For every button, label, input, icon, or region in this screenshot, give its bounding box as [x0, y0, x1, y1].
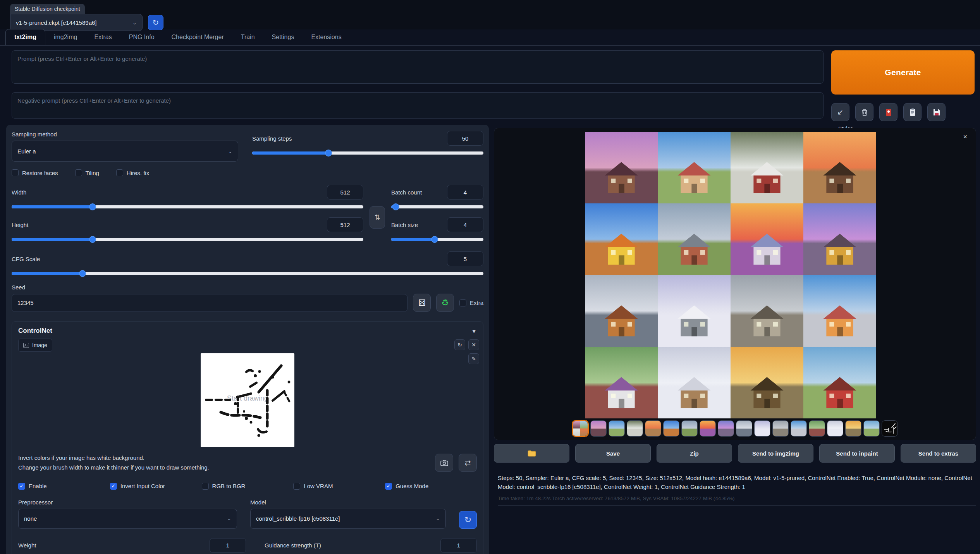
thumbnail-12[interactable] — [791, 420, 807, 437]
collapse-caret-icon[interactable]: ▼ — [471, 328, 477, 334]
brush-button[interactable]: ✎ — [468, 353, 479, 364]
thumbnail-13[interactable] — [809, 420, 825, 437]
thumbnail-grid[interactable] — [572, 420, 588, 437]
thumbnail-11[interactable] — [772, 420, 789, 437]
thumbnail-scribble[interactable] — [882, 420, 898, 437]
result-image-tan-house-red-roof[interactable] — [658, 132, 731, 203]
batch-count-slider[interactable] — [391, 203, 483, 210]
thumbnail-1[interactable] — [590, 420, 607, 437]
tab-png-info[interactable]: PNG Info — [120, 29, 163, 45]
sampling-method-select[interactable]: Euler a ⌄ — [12, 141, 238, 162]
batch-size-slider[interactable] — [391, 236, 483, 243]
thumbnail-10[interactable] — [754, 420, 770, 437]
thumbnail-8[interactable] — [718, 420, 734, 437]
result-image-golden-sunset-barn[interactable] — [731, 347, 803, 418]
seed-input[interactable] — [12, 294, 407, 312]
refresh-models-button[interactable]: ↻ — [459, 511, 477, 529]
save-style-button[interactable] — [927, 103, 946, 121]
thumbnail-2[interactable] — [609, 420, 625, 437]
mirror-webcam-button[interactable]: ⇄ — [459, 454, 477, 472]
send-to-inpaint-button[interactable]: Send to inpaint — [819, 444, 895, 463]
result-image-brick-cottage[interactable] — [658, 203, 731, 275]
result-image-snowy-red-mill[interactable] — [731, 132, 803, 203]
clipboard-button[interactable] — [903, 103, 922, 121]
clear-prompt-button[interactable] — [855, 103, 873, 121]
result-image-snow-row-houses[interactable] — [658, 275, 731, 347]
batch-size-value[interactable]: 4 — [447, 217, 483, 232]
send-to-img2img-button[interactable]: Send to img2img — [738, 444, 813, 463]
apply-style-button[interactable] — [879, 103, 897, 121]
controlnet-drawing-canvas[interactable]: Start drawing — [201, 353, 294, 447]
checkbox-restore-faces[interactable]: Restore faces — [12, 169, 58, 176]
cfg-scale-value[interactable]: 5 — [447, 251, 483, 266]
tab-settings[interactable]: Settings — [263, 29, 303, 45]
random-seed-button[interactable]: ⚄ — [413, 294, 431, 312]
dice-icon: ⚄ — [418, 298, 426, 308]
generate-button[interactable]: Generate — [831, 50, 975, 95]
undo-canvas-button[interactable]: ↻ — [454, 339, 465, 350]
controlnet-image-tab[interactable]: Image — [18, 339, 52, 352]
tab-extensions[interactable]: Extensions — [303, 29, 350, 45]
generation-time-text: Time taken: 1m 48.22s Torch active/reser… — [498, 496, 976, 506]
result-image-grayscale-barn[interactable] — [731, 275, 803, 347]
thumbnail-9[interactable] — [736, 420, 752, 437]
checkbox-enable[interactable]: ✓Enable — [18, 483, 110, 490]
tab-img2img[interactable]: img2img — [45, 29, 86, 45]
result-image-road-houses[interactable] — [585, 275, 658, 347]
height-slider[interactable] — [12, 236, 363, 243]
thumbnail-16[interactable] — [863, 420, 880, 437]
guidance-strength-value[interactable]: 1 — [440, 538, 477, 553]
thumbnail-15[interactable] — [845, 420, 861, 437]
thumbnail-6[interactable] — [681, 420, 698, 437]
controlnet-model-select[interactable]: control_scribble-fp16 [c508311e] ⌄ — [250, 509, 446, 529]
width-value[interactable]: 512 — [327, 185, 363, 200]
thumbnail-5[interactable] — [663, 420, 679, 437]
close-gallery-icon[interactable]: × — [963, 133, 967, 141]
result-image-dusk-sun-street[interactable] — [803, 203, 876, 275]
thumbnail-7[interactable] — [700, 420, 716, 437]
thumbnail-4[interactable] — [645, 420, 661, 437]
result-image-sunset-silhouette[interactable] — [803, 132, 876, 203]
webcam-button[interactable] — [435, 454, 453, 472]
preprocessor-select[interactable]: none ⌄ — [18, 509, 237, 529]
controlnet-weight-value[interactable]: 1 — [210, 538, 246, 553]
refresh-checkpoint-button[interactable]: ↻ — [148, 15, 163, 30]
thumbnail-14[interactable] — [827, 420, 843, 437]
tab-train[interactable]: Train — [232, 29, 263, 45]
checkbox-guess-mode[interactable]: ✓Guess Mode — [385, 483, 477, 490]
sampling-steps-value[interactable]: 50 — [447, 131, 483, 146]
result-image-green-field-house[interactable] — [585, 347, 658, 418]
height-value[interactable]: 512 — [327, 217, 363, 232]
swap-dimensions-button[interactable]: ⇅ — [370, 206, 385, 229]
cfg-scale-slider[interactable] — [12, 270, 483, 277]
zip-button[interactable]: Zip — [657, 444, 732, 463]
width-slider[interactable] — [12, 203, 363, 210]
prompt-input[interactable] — [12, 50, 824, 84]
checkbox-invert-input-color[interactable]: ✓Invert Input Color — [110, 483, 202, 490]
result-image-snow-mountain-cabins[interactable] — [658, 347, 731, 418]
checkpoint-select[interactable]: v1-5-pruned.ckpt [e1441589a6] ⌄ — [10, 14, 143, 31]
result-image-sunny-street[interactable] — [803, 275, 876, 347]
result-image-sunset-purple-path[interactable] — [731, 203, 803, 275]
paste-params-button[interactable]: ↙ — [831, 103, 849, 121]
sampling-steps-slider[interactable] — [252, 150, 483, 157]
negative-prompt-input[interactable] — [12, 92, 824, 119]
result-image-red-barn-meadow[interactable] — [803, 347, 876, 418]
checkbox-hires-fix[interactable]: Hires. fix — [116, 169, 149, 176]
clear-canvas-button[interactable]: ✕ — [468, 339, 479, 350]
batch-count-value[interactable]: 4 — [447, 185, 483, 200]
send-to-extras-button[interactable]: Send to extras — [901, 444, 976, 463]
checkbox-rgb-to-bgr[interactable]: RGB to BGR — [202, 483, 294, 490]
result-image-purple-sunset-street[interactable] — [585, 132, 658, 203]
checkbox-tiling[interactable]: Tiling — [75, 169, 99, 176]
result-image-yellow-house[interactable] — [585, 203, 658, 275]
tab-checkpoint-merger[interactable]: Checkpoint Merger — [163, 29, 232, 45]
tab-txt2img[interactable]: txt2img — [5, 29, 45, 45]
save-button[interactable]: Save — [575, 444, 651, 463]
checkbox-low-vram[interactable]: Low VRAM — [293, 483, 385, 490]
thumbnail-3[interactable] — [627, 420, 643, 437]
open-folder-button[interactable] — [494, 444, 569, 463]
tab-extras[interactable]: Extras — [86, 29, 120, 45]
extra-seed-checkbox[interactable]: Extra — [459, 299, 483, 306]
reuse-seed-button[interactable]: ♻ — [436, 294, 454, 312]
